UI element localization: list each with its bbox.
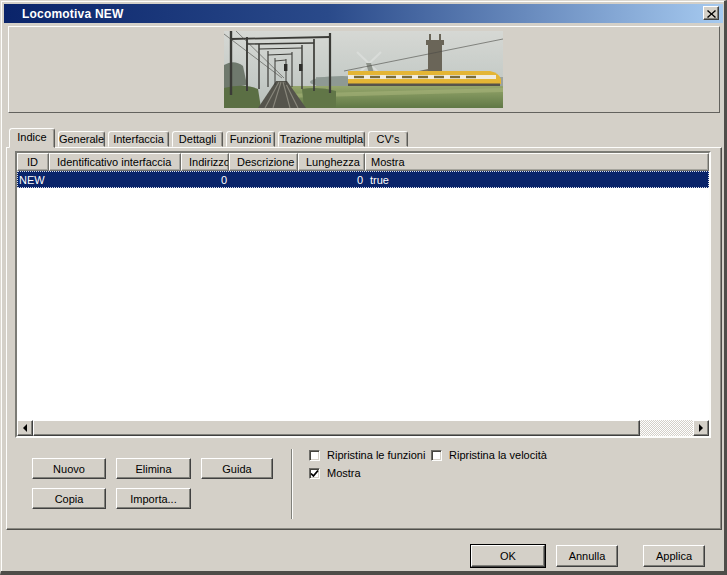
titlebar[interactable]: Locomotiva NEW — [4, 4, 723, 23]
vertical-divider — [291, 449, 293, 519]
elimina-button[interactable]: Elimina — [116, 458, 191, 479]
column-header-indirizzo[interactable]: Indirizzo — [181, 153, 229, 171]
locomotive-list[interactable]: ID Identificativo interfaccia Indirizzo … — [15, 151, 711, 438]
list-rows: NEW 0 0 true — [17, 171, 709, 420]
scrollbar-thumb[interactable] — [33, 420, 640, 436]
cell-id: NEW — [17, 174, 49, 186]
tab-indice[interactable]: Indice — [9, 128, 55, 148]
tab-dettagli[interactable]: Dettagli — [172, 131, 223, 147]
guida-button[interactable]: Guida — [201, 458, 273, 479]
scroll-left-icon — [23, 424, 27, 432]
banner-panel — [8, 26, 720, 113]
table-row-new[interactable]: NEW 0 0 true — [17, 171, 709, 188]
tab-funzioni[interactable]: Funzioni — [226, 131, 275, 147]
tab-strip: Indice Generale Interfaccia Dettagli Fun… — [9, 131, 408, 147]
list-header: ID Identificativo interfaccia Indirizzo … — [17, 153, 709, 171]
column-header-descrizione[interactable]: Descrizione — [229, 153, 298, 171]
close-button[interactable] — [703, 6, 719, 20]
column-header-identificativo[interactable]: Identificativo interfaccia — [49, 153, 181, 171]
annulla-button[interactable]: Annulla — [556, 545, 618, 567]
tab-generale[interactable]: Generale — [58, 131, 105, 147]
column-header-id[interactable]: ID — [17, 153, 49, 171]
horizontal-scrollbar[interactable] — [17, 420, 709, 436]
tab-trazione-multipla[interactable]: Trazione multipla — [278, 131, 365, 147]
cell-mostra: true — [365, 174, 709, 186]
checkbox-ripristina-funzioni[interactable]: Ripristina le funzioni — [309, 449, 425, 461]
cell-lunghezza: 0 — [298, 174, 365, 186]
scroll-left-button[interactable] — [17, 420, 33, 436]
copia-button[interactable]: Copia — [32, 488, 106, 509]
scroll-right-icon — [699, 424, 703, 432]
close-icon — [707, 6, 716, 21]
checkbox-ripristina-velocita[interactable]: Ripristina la velocità — [431, 449, 547, 461]
column-header-lunghezza[interactable]: Lunghezza — [298, 153, 365, 171]
column-header-mostra[interactable]: Mostra — [365, 153, 709, 171]
checkbox-unchecked-icon[interactable] — [431, 450, 442, 461]
cell-indirizzo: 0 — [181, 174, 229, 186]
checkbox-unchecked-icon[interactable] — [309, 450, 320, 461]
locomotive-dialog: Locomotiva NEW — [0, 0, 727, 575]
window-title: Locomotiva NEW — [22, 7, 123, 21]
ok-button[interactable]: OK — [471, 545, 545, 567]
checkbox-checked-icon[interactable] — [309, 468, 320, 479]
importa-button[interactable]: Importa... — [116, 488, 191, 509]
applica-button[interactable]: Applica — [643, 545, 705, 567]
locomotive-photo — [224, 31, 503, 108]
scroll-right-button[interactable] — [693, 420, 709, 436]
tab-interfaccia[interactable]: Interfaccia — [108, 131, 169, 147]
nuovo-button[interactable]: Nuovo — [32, 458, 106, 479]
checkbox-mostra[interactable]: Mostra — [309, 467, 361, 479]
tab-cvs[interactable]: CV's — [368, 131, 408, 147]
